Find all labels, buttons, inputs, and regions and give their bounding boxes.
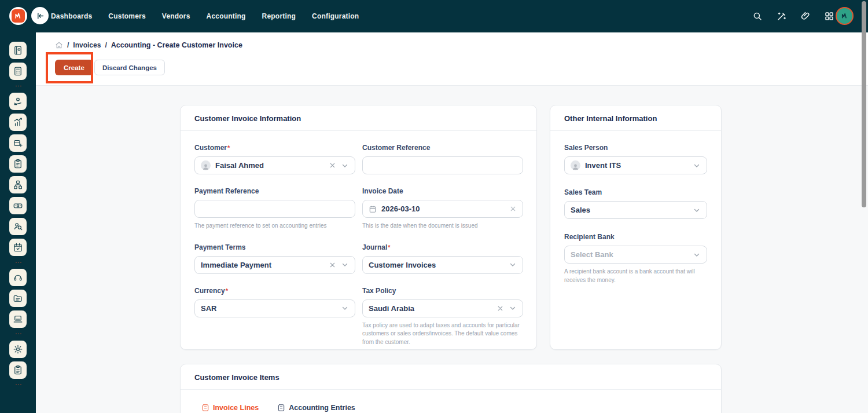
sales-team-value: Sales <box>571 206 688 214</box>
top-navigation-bar: Dashboards Customers Vendors Accounting … <box>0 0 868 32</box>
sidebar-separator <box>15 384 21 386</box>
clipboard-list-icon[interactable] <box>9 361 27 379</box>
menu-item-customers[interactable]: Customers <box>108 12 145 20</box>
growth-chart-icon[interactable] <box>9 114 27 131</box>
menu-item-reporting[interactable]: Reporting <box>262 12 296 20</box>
sales-person-field-group: Sales Person Invent ITS <box>564 144 707 174</box>
journal-select[interactable]: Customer Invoices <box>362 256 523 274</box>
sales-person-avatar <box>571 160 580 170</box>
clipboard-calculator-icon[interactable] <box>9 155 27 173</box>
calculator-icon[interactable] <box>9 63 27 80</box>
customer-reference-input[interactable] <box>362 156 523 174</box>
sales-person-label: Sales Person <box>564 144 608 152</box>
other-internal-information-card: Other Internal Information Sales Person … <box>550 105 722 350</box>
cash-icon[interactable] <box>9 197 27 214</box>
currency-label: Currency <box>194 287 228 295</box>
payment-terms-value: Immediate Payment <box>201 261 324 269</box>
currency-value: SAR <box>201 304 336 313</box>
payment-terms-field-group: Payment Terms Immediate Payment <box>194 243 355 274</box>
sidebar-collapse-button[interactable] <box>31 7 49 24</box>
topbar-icon-group <box>752 0 834 32</box>
journal-value: Customer Invoices <box>369 261 504 269</box>
journal-book-icon[interactable] <box>9 42 27 59</box>
apps-grid-icon[interactable] <box>824 11 834 21</box>
chevron-down-icon[interactable] <box>509 261 517 269</box>
user-avatar[interactable] <box>836 7 854 25</box>
tab-invoice-lines-label: Invoice Lines <box>213 404 259 412</box>
menu-item-vendors[interactable]: Vendors <box>162 12 190 20</box>
clear-x-icon[interactable] <box>329 162 336 169</box>
linked-boxes-icon[interactable] <box>9 176 27 193</box>
customer-reference-field-group: Customer Reference <box>362 144 523 174</box>
customer-avatar <box>201 160 211 170</box>
sales-team-select[interactable]: Sales <box>564 201 707 219</box>
currency-select[interactable]: SAR <box>194 299 355 317</box>
tab-invoice-lines[interactable]: Invoice Lines <box>201 404 259 412</box>
currency-field-group: Currency SAR <box>194 287 355 317</box>
brand-logo-icon <box>12 9 25 23</box>
tab-accounting-entries-label: Accounting Entries <box>289 404 355 412</box>
tax-policy-select[interactable]: Saudi Arabia <box>362 299 523 317</box>
person-search-icon[interactable] <box>9 218 27 235</box>
sales-person-select[interactable]: Invent ITS <box>564 156 707 174</box>
app-sidebar <box>0 32 36 413</box>
recipient-bank-select[interactable]: Select Bank <box>564 246 707 264</box>
breadcrumb-invoices[interactable]: Invoices <box>73 41 101 49</box>
payment-reference-help: The payment reference to set on accounti… <box>194 222 355 231</box>
chevron-down-icon[interactable] <box>341 304 349 312</box>
customer-select[interactable]: Faisal Ahmed <box>194 156 355 174</box>
invoice-date-help: This is the date when the document is is… <box>362 222 523 231</box>
create-button-highlight-annotation <box>46 52 93 83</box>
discard-changes-button[interactable]: Discard Changes <box>94 60 165 75</box>
chevron-down-icon[interactable] <box>693 206 701 214</box>
payment-reference-input[interactable] <box>194 200 355 218</box>
tax-policy-value: Saudi Arabia <box>369 304 492 313</box>
gear-icon[interactable] <box>9 341 27 358</box>
accounting-entries-icon <box>277 404 285 412</box>
home-icon[interactable] <box>55 41 63 49</box>
calendar-check-icon[interactable] <box>9 239 27 256</box>
customer-label: Customer <box>194 144 230 152</box>
recipient-bank-label: Recipient Bank <box>564 233 615 241</box>
menu-item-accounting[interactable]: Accounting <box>207 12 246 20</box>
box-add-icon[interactable] <box>9 134 27 152</box>
payment-terms-label: Payment Terms <box>194 243 245 251</box>
invoice-lines-icon <box>201 404 209 412</box>
scrollbar-thumb[interactable] <box>862 1 866 207</box>
chevron-down-icon[interactable] <box>693 162 701 170</box>
menu-item-configuration[interactable]: Configuration <box>312 12 359 20</box>
paperclip-icon[interactable] <box>800 11 811 21</box>
invoice-date-label: Invoice Date <box>362 187 403 195</box>
sales-team-field-group: Sales Team Sales <box>564 188 707 219</box>
clear-x-icon[interactable] <box>509 205 517 213</box>
search-icon[interactable] <box>752 11 763 21</box>
sales-team-label: Sales Team <box>564 188 602 196</box>
payment-terms-select[interactable]: Immediate Payment <box>194 256 355 274</box>
menu-item-dashboards[interactable]: Dashboards <box>51 12 92 20</box>
chevron-down-icon[interactable] <box>341 261 349 269</box>
chevron-down-icon[interactable] <box>509 304 517 312</box>
customer-value: Faisal Ahmed <box>215 161 324 170</box>
clear-x-icon[interactable] <box>329 261 336 269</box>
scrollbar-track[interactable] <box>860 0 868 413</box>
headset-icon[interactable] <box>9 269 27 286</box>
chevron-down-icon[interactable] <box>341 162 349 170</box>
laptop-icon[interactable] <box>9 310 27 328</box>
clear-x-icon[interactable] <box>496 305 504 312</box>
tab-accounting-entries[interactable]: Accounting Entries <box>277 404 355 412</box>
chevron-down-icon[interactable] <box>693 251 701 259</box>
journal-label: Journal <box>362 243 391 251</box>
breadcrumb-separator: / <box>105 41 106 49</box>
customer-invoice-information-card: Customer Invoice Information Customer Fa… <box>180 105 537 350</box>
recipient-bank-placeholder: Select Bank <box>571 250 688 259</box>
magic-wand-icon[interactable] <box>776 11 787 22</box>
invoice-date-input[interactable]: 2026-03-10 <box>362 200 523 218</box>
folder-document-icon[interactable] <box>9 290 27 307</box>
main-menu: Dashboards Customers Vendors Accounting … <box>51 0 359 32</box>
customer-invoice-items-card: Customer Invoice Items Invoice Lines Acc… <box>180 364 722 413</box>
hand-coins-icon[interactable] <box>9 93 27 110</box>
invoice-date-field-group: Invoice Date 2026-03-10 This is the date… <box>362 187 523 231</box>
arrow-to-bar-icon <box>36 12 45 20</box>
payment-reference-field-group: Payment Reference The payment reference … <box>194 187 355 231</box>
app-logo[interactable] <box>9 7 27 25</box>
